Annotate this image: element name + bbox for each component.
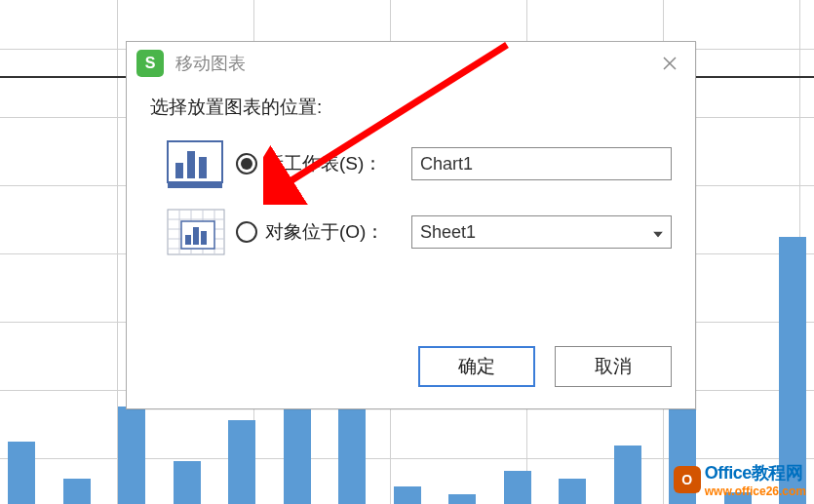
bar [63,479,91,504]
watermark-url: www.office26.com [705,485,806,498]
new-sheet-name-input[interactable] [411,147,672,180]
ok-button-label: 确定 [458,354,495,379]
object-in-selected-value: Sheet1 [420,222,476,243]
svg-rect-3 [199,157,207,178]
svg-rect-16 [193,227,199,245]
svg-rect-4 [168,182,222,188]
new-sheet-chart-icon [166,137,226,190]
bar [174,461,201,504]
close-icon [662,56,678,71]
dialog-titlebar[interactable]: S 移动图表 [127,42,695,85]
bar [228,420,255,504]
object-in-option-row: 对象位于(O)： Sheet1 [166,206,672,258]
bar [448,494,476,504]
svg-rect-2 [187,151,195,178]
prompt-label: 选择放置图表的位置: [150,95,672,120]
bar [614,446,641,504]
new-sheet-option-row: 新工作表(S)： [166,137,672,190]
bar [559,479,586,504]
ok-button[interactable]: 确定 [418,346,535,387]
chevron-down-icon [653,222,663,243]
wps-spreadsheet-icon: S [136,50,164,77]
svg-rect-15 [185,235,191,245]
svg-rect-17 [201,231,207,245]
object-in-sheet-icon [166,206,226,258]
svg-rect-1 [175,163,183,178]
object-in-radio[interactable] [236,221,257,243]
bar [394,486,421,504]
dialog-title: 移动图表 [175,52,246,75]
cancel-button[interactable]: 取消 [555,346,672,387]
office-logo-icon: O [674,466,701,493]
new-sheet-label: 新工作表(S)： [265,151,411,176]
bar [8,442,35,504]
bar [504,471,531,504]
move-chart-dialog: S 移动图表 选择放置图表的位置: 新工作表(S)： [126,41,696,409]
watermark-title: Office教程网 [705,461,806,485]
bar [118,407,145,504]
watermark: O Office教程网 www.office26.com [674,461,806,498]
object-in-sheet-select[interactable]: Sheet1 [411,215,672,249]
bar [338,397,366,504]
new-sheet-radio[interactable] [236,153,257,174]
cancel-button-label: 取消 [595,354,632,379]
close-button[interactable] [652,46,687,81]
object-in-label: 对象位于(O)： [265,219,411,245]
